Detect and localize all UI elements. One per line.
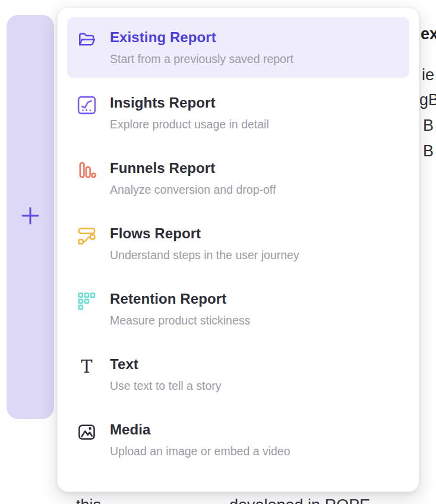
menu-item-flows-report[interactable]: Flows Report Understand steps in the use… <box>67 213 409 274</box>
add-card-button[interactable] <box>20 207 40 227</box>
menu-item-subtitle: Analyze conversion and drop-off <box>110 182 276 197</box>
menu-item-subtitle: Use text to tell a story <box>110 379 222 393</box>
menu-item-subtitle: Upload an image or embed a video <box>110 444 290 458</box>
folder-open-icon <box>77 30 97 50</box>
text-icon: T <box>77 357 97 377</box>
plus-icon <box>21 206 40 228</box>
menu-item-insights-report[interactable]: Insights Report Explore product usage in… <box>67 83 409 143</box>
menu-item-existing-report[interactable]: Existing Report Start from a previously … <box>67 17 409 78</box>
bg-text-fragment: gB <box>419 91 436 109</box>
insights-chart-icon <box>77 95 97 115</box>
menu-item-title: Insights Report <box>110 94 269 111</box>
menu-item-title: Retention Report <box>110 291 250 307</box>
bg-text-fragment: developed in ROPE <box>229 496 370 504</box>
menu-item-subtitle: Understand steps in the user journey <box>110 248 299 262</box>
menu-item-funnels-report[interactable]: Funnels Report Analyze conversion and dr… <box>67 148 409 209</box>
board-page: { "rail": { "add_label": "+" }, "menu": … <box>0 0 436 504</box>
menu-item-subtitle: Explore product usage in detail <box>110 117 269 131</box>
menu-item-text[interactable]: T Text Use text to tell a story <box>67 344 409 405</box>
menu-item-title: Existing Report <box>110 29 293 46</box>
add-card-menu: Existing Report Start from a previously … <box>57 7 419 492</box>
bg-text-fragment: B <box>423 142 434 160</box>
menu-item-subtitle: Start from a previously saved report <box>110 52 293 66</box>
board-add-rail <box>7 15 54 419</box>
bg-text-fragment: B <box>423 116 434 135</box>
menu-item-title: Flows Report <box>110 225 299 242</box>
menu-item-subtitle: Measure product stickiness <box>110 313 250 327</box>
menu-item-title: Media <box>110 421 290 438</box>
menu-item-retention-report[interactable]: Retention Report Measure product stickin… <box>67 279 409 339</box>
menu-item-media[interactable]: Media Upload an image or embed a video <box>67 410 409 470</box>
menu-item-title: Text <box>110 356 222 373</box>
bg-text-fragment: ie <box>422 66 434 84</box>
funnel-bars-icon <box>77 160 97 181</box>
flows-icon <box>77 226 97 246</box>
media-image-icon <box>77 422 97 442</box>
bg-text-fragment: ex <box>421 25 436 43</box>
bg-text-fragment: this <box>76 496 101 504</box>
menu-item-title: Funnels Report <box>110 160 276 177</box>
retention-grid-icon <box>77 291 97 311</box>
